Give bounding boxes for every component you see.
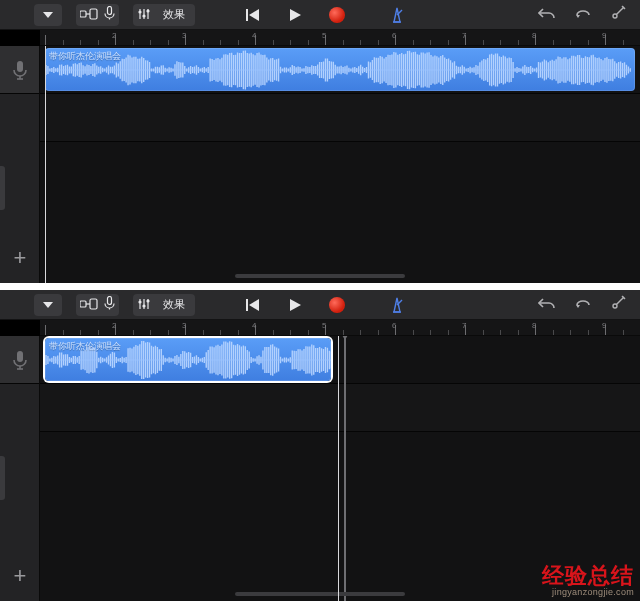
track-area: + 带你听杰伦演唱会 — [0, 46, 640, 283]
view-menu-button[interactable] — [34, 4, 62, 26]
input-controls-group — [76, 294, 119, 316]
home-indicator — [235, 274, 405, 278]
fx-group[interactable]: 效果 — [133, 294, 195, 316]
svg-point-9 — [142, 14, 145, 17]
track-header-column: + — [0, 46, 40, 283]
fx-label: 效果 — [157, 297, 191, 312]
track-header-audio[interactable] — [0, 46, 39, 94]
undo-button[interactable] — [538, 296, 556, 314]
svg-rect-346 — [17, 351, 23, 362]
record-button[interactable] — [323, 4, 351, 26]
editor-panel-before: 效果 234 — [0, 0, 640, 283]
svg-point-336 — [146, 299, 149, 302]
svg-rect-337 — [246, 299, 248, 311]
svg-point-11 — [146, 9, 149, 12]
toolbar: 效果 — [0, 0, 640, 30]
svg-marker-13 — [249, 9, 259, 21]
svg-marker-339 — [290, 299, 301, 311]
plus-icon: + — [14, 563, 27, 589]
track-lane-empty[interactable] — [40, 384, 640, 432]
input-controls-group — [76, 4, 119, 26]
play-button[interactable] — [281, 4, 309, 26]
audio-region[interactable]: 带你听杰伦演唱会 — [45, 338, 331, 381]
region-title: 带你听杰伦演唱会 — [49, 340, 121, 353]
sliders-icon — [137, 296, 151, 314]
home-indicator — [235, 592, 405, 596]
waveform — [45, 48, 631, 91]
track-lane-1[interactable]: 带你听杰伦演唱会 — [40, 46, 640, 94]
settings-button[interactable] — [610, 295, 626, 315]
timeline[interactable]: 带你听杰伦演唱会 — [40, 336, 640, 601]
ruler[interactable]: 2345678910 — [40, 30, 640, 46]
timeline[interactable]: 带你听杰伦演唱会 — [40, 46, 640, 283]
loop-button[interactable] — [574, 296, 592, 314]
audio-region[interactable]: 带你听杰伦演唱会 — [45, 48, 635, 91]
svg-marker-0 — [43, 12, 53, 18]
go-to-start-button[interactable] — [239, 4, 267, 26]
mic-icon — [12, 60, 28, 80]
track-header-audio[interactable] — [0, 336, 39, 384]
svg-rect-12 — [246, 9, 248, 21]
right-toolbar — [538, 0, 626, 30]
svg-point-334 — [142, 304, 145, 307]
svg-rect-2 — [90, 9, 97, 19]
svg-marker-325 — [43, 302, 53, 308]
record-icon — [329, 7, 345, 23]
svg-marker-342 — [576, 305, 580, 308]
svg-marker-14 — [290, 9, 301, 21]
transport-controls — [239, 294, 411, 316]
mic-icon[interactable] — [104, 296, 115, 314]
right-toolbar — [538, 290, 626, 320]
plus-icon: + — [14, 245, 27, 271]
sliders-icon — [137, 6, 151, 24]
svg-point-7 — [138, 10, 141, 13]
play-button[interactable] — [281, 294, 309, 316]
editor-panel-after: 效果 234 — [0, 290, 640, 601]
ruler[interactable]: 2345678910 — [40, 320, 640, 336]
track-lane-1[interactable]: 带你听杰伦演唱会 — [40, 336, 640, 384]
svg-rect-329 — [108, 296, 112, 304]
settings-button[interactable] — [610, 5, 626, 25]
track-handle[interactable] — [0, 166, 5, 210]
record-button[interactable] — [323, 294, 351, 316]
svg-rect-326 — [80, 301, 86, 307]
add-track-button[interactable]: + — [0, 241, 40, 275]
region-title: 带你听杰伦演唱会 — [49, 50, 121, 63]
svg-rect-1 — [80, 11, 86, 17]
input-monitor-icon[interactable] — [80, 296, 98, 314]
track-header-column: + — [0, 336, 40, 601]
view-menu-button[interactable] — [34, 294, 62, 316]
mic-icon — [12, 350, 28, 370]
svg-line-19 — [616, 7, 624, 15]
track-handle[interactable] — [0, 456, 5, 500]
svg-rect-4 — [108, 6, 112, 14]
metronome-button[interactable] — [383, 4, 411, 26]
svg-point-332 — [138, 300, 141, 303]
undo-button[interactable] — [538, 6, 556, 24]
go-to-start-button[interactable] — [239, 294, 267, 316]
metronome-button[interactable] — [383, 294, 411, 316]
svg-line-344 — [616, 297, 624, 305]
fx-group[interactable]: 效果 — [133, 4, 195, 26]
playhead[interactable] — [45, 46, 46, 283]
fx-label: 效果 — [157, 7, 191, 22]
input-monitor-icon[interactable] — [80, 6, 98, 24]
add-track-button[interactable]: + — [0, 559, 40, 593]
toolbar: 效果 — [0, 290, 640, 320]
track-area: + 带你听杰伦演唱会 — [0, 336, 640, 601]
record-icon — [329, 297, 345, 313]
playhead[interactable] — [338, 336, 339, 601]
svg-marker-338 — [249, 299, 259, 311]
loop-button[interactable] — [574, 6, 592, 24]
track-lane-empty[interactable] — [40, 94, 640, 142]
transport-controls — [239, 4, 411, 26]
svg-marker-17 — [576, 15, 580, 18]
svg-rect-327 — [90, 299, 97, 309]
svg-rect-21 — [17, 61, 23, 72]
mic-icon[interactable] — [104, 6, 115, 24]
